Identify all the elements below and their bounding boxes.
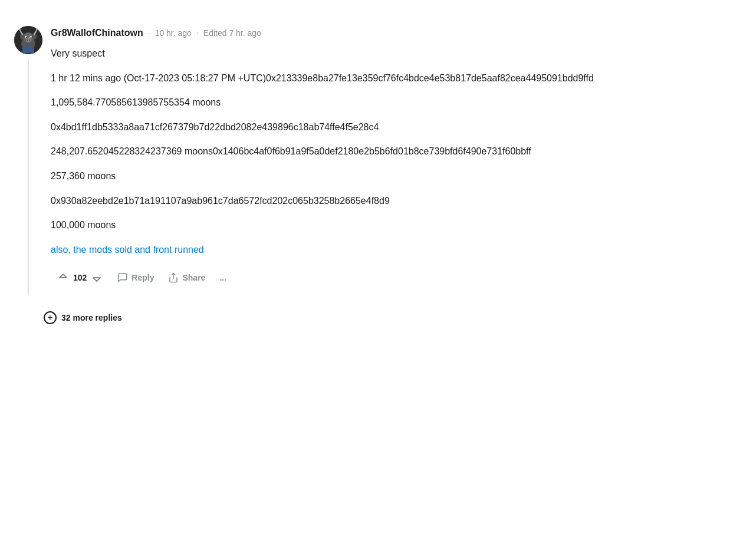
content-line-8: also, the mods sold and front runned <box>51 242 716 258</box>
more-replies-text: more replies <box>73 313 121 322</box>
comment-body: Gr8WallofChinatown · 10 hr. ago · Edited… <box>51 26 716 295</box>
svg-point-8 <box>31 37 32 38</box>
more-replies-container: + 32 more replies <box>44 311 730 336</box>
avatar <box>14 26 42 54</box>
content-line-2: 1,095,584.770585613985755354 moons <box>51 95 716 110</box>
more-replies-label: 32 more replies <box>61 313 122 322</box>
username: Gr8WallofChinatown <box>51 26 143 40</box>
svg-point-7 <box>26 37 27 38</box>
vote-section: 102 <box>51 268 109 288</box>
comment-content: Very suspect 1 hr 12 mins ago (Oct-17-20… <box>51 46 716 257</box>
share-button[interactable]: Share <box>162 269 211 286</box>
more-button[interactable]: ... <box>213 269 232 286</box>
content-line-0: Very suspect <box>51 46 716 61</box>
content-line-5: 257,360 moons <box>51 169 716 184</box>
meta-separator-1: · <box>148 27 150 39</box>
comment-actions: 102 Reply <box>51 268 716 288</box>
svg-point-10 <box>27 39 28 41</box>
share-label: Share <box>182 273 205 282</box>
svg-point-11 <box>29 39 30 41</box>
more-replies-count: 32 <box>61 313 71 322</box>
content-line-4: 248,207.652045228324237369 moons0x1406bc… <box>51 144 716 159</box>
reply-label: Reply <box>131 273 154 282</box>
meta-separator-2: · <box>196 27 199 39</box>
content-line-7: 100,000 moons <box>51 218 716 233</box>
reply-button[interactable]: Reply <box>111 269 160 286</box>
more-replies-button[interactable]: + 32 more replies <box>44 311 122 324</box>
more-label: ... <box>219 273 226 282</box>
time-ago: 10 hr. ago <box>155 27 192 39</box>
comment-header: Gr8WallofChinatown · 10 hr. ago · Edited… <box>51 26 716 40</box>
vote-count: 102 <box>73 272 87 284</box>
mods-link[interactable]: also, the mods sold and front runned <box>51 245 204 255</box>
avatar-column <box>14 26 42 295</box>
more-replies-icon: + <box>44 311 57 324</box>
page-wrapper: Gr8WallofChinatown · 10 hr. ago · Edited… <box>0 0 730 560</box>
content-line-1: 1 hr 12 mins ago (Oct-17-2023 05:18:27 P… <box>51 71 716 86</box>
thread-line <box>28 59 29 295</box>
upvote-button[interactable] <box>55 270 71 285</box>
downvote-button[interactable] <box>89 270 104 285</box>
edited-time: Edited 7 hr. ago <box>203 27 261 39</box>
comment-container: Gr8WallofChinatown · 10 hr. ago · Edited… <box>0 14 730 307</box>
content-line-3: 0x4bd1ff1db5333a8aa71cf267379b7d22dbd208… <box>51 120 716 135</box>
content-line-6: 0x930a82eebd2e1b71a191107a9ab961c7da6572… <box>51 193 716 209</box>
